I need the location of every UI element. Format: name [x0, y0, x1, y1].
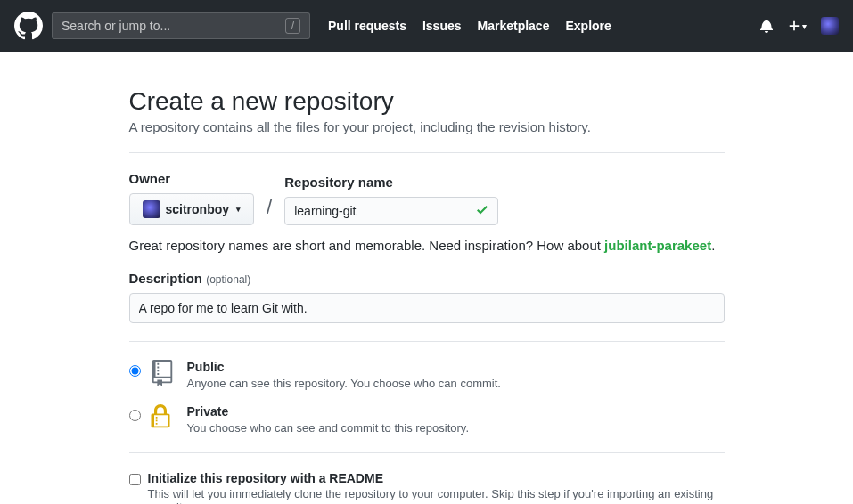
- create-new-icon[interactable]: ▾: [788, 20, 807, 32]
- description-label: Description (optional): [129, 271, 725, 286]
- repo-name-input[interactable]: [284, 197, 498, 225]
- divider: [129, 341, 725, 342]
- owner-avatar-icon: [143, 200, 160, 218]
- caret-down-icon: ▾: [236, 205, 241, 214]
- slash-separator: /: [263, 196, 275, 225]
- repo-name-label: Repository name: [284, 175, 498, 190]
- owner-group: Owner scitronboy ▾: [129, 171, 255, 225]
- private-title: Private: [187, 404, 470, 419]
- owner-label: Owner: [129, 171, 255, 186]
- public-radio[interactable]: [129, 365, 141, 377]
- repo-name-group: Repository name: [284, 175, 498, 225]
- header-right: ▾: [759, 17, 839, 35]
- public-note: Anyone can see this repository. You choo…: [187, 377, 501, 390]
- page-title: Create a new repository: [129, 87, 725, 116]
- visibility-public-option: Public Anyone can see this repository. Y…: [129, 360, 725, 390]
- nav-issues[interactable]: Issues: [422, 19, 462, 33]
- nav-explore[interactable]: Explore: [565, 19, 611, 33]
- name-hint: Great repository names are short and mem…: [129, 238, 725, 253]
- private-content: Private You choose who can see and commi…: [187, 404, 470, 435]
- public-title: Public: [187, 360, 501, 374]
- owner-name: scitronboy: [166, 202, 230, 216]
- init-readme-note: This will let you immediately clone the …: [148, 487, 725, 504]
- init-content: Initialize this repository with a README…: [148, 471, 725, 504]
- github-logo[interactable]: [14, 12, 43, 40]
- repo-public-icon: [150, 360, 178, 389]
- init-readme-checkbox[interactable]: [129, 474, 141, 485]
- private-radio[interactable]: [129, 410, 141, 421]
- divider: [129, 452, 725, 453]
- page-subtitle: A repository contains all the files for …: [129, 119, 725, 134]
- user-avatar[interactable]: [821, 17, 839, 35]
- description-input[interactable]: [129, 293, 725, 323]
- init-readme-title: Initialize this repository with a README: [148, 471, 383, 485]
- suggested-name-link[interactable]: jubilant-parakeet: [604, 238, 711, 253]
- notifications-icon[interactable]: [759, 19, 774, 33]
- primary-nav: Pull requests Issues Marketplace Explore: [328, 19, 611, 33]
- visibility-private-option: Private You choose who can see and commi…: [129, 404, 725, 435]
- nav-pull-requests[interactable]: Pull requests: [328, 19, 406, 33]
- lock-icon: [150, 404, 178, 432]
- search-box[interactable]: /: [52, 12, 310, 39]
- site-header: / Pull requests Issues Marketplace Explo…: [0, 0, 853, 52]
- owner-select[interactable]: scitronboy ▾: [129, 193, 255, 225]
- init-readme-row: Initialize this repository with a README…: [129, 471, 725, 504]
- nav-marketplace[interactable]: Marketplace: [478, 19, 550, 33]
- divider: [129, 152, 725, 153]
- optional-badge: (optional): [206, 273, 250, 286]
- main-content: Create a new repository A repository con…: [115, 87, 739, 504]
- private-note: You choose who can see and commit to thi…: [187, 421, 470, 435]
- search-input[interactable]: [62, 19, 285, 33]
- public-content: Public Anyone can see this repository. Y…: [187, 360, 501, 390]
- name-row: Owner scitronboy ▾ / Repository name: [129, 171, 725, 225]
- slash-shortcut-icon: /: [285, 18, 300, 34]
- check-icon: [475, 203, 489, 220]
